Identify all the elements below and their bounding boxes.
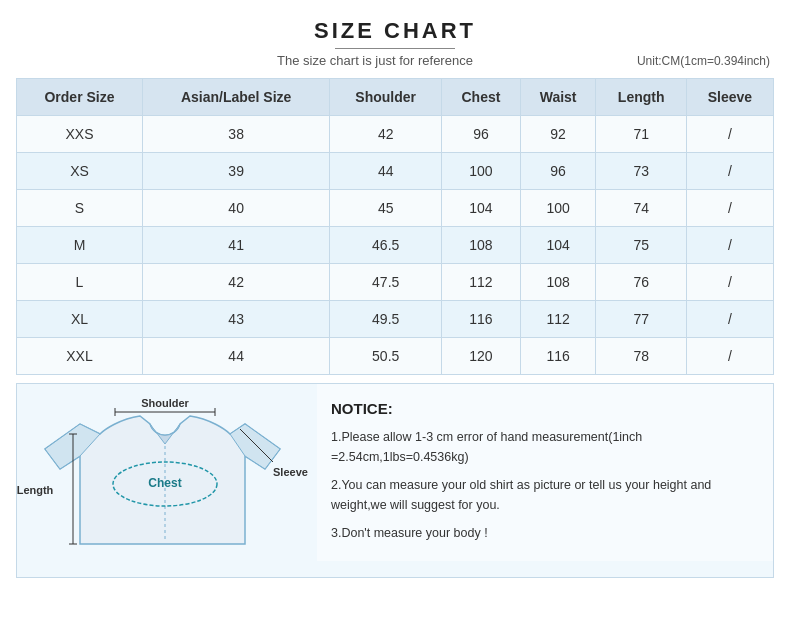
table-cell: 78 [596,338,687,375]
table-cell: 116 [442,301,521,338]
table-row: S404510410074/ [17,190,774,227]
table-cell: 112 [442,264,521,301]
col-asian-size: Asian/Label Size [142,79,329,116]
unit-label: Unit:CM(1cm=0.394inch) [610,54,770,68]
table-cell: 50.5 [330,338,442,375]
table-cell: 76 [596,264,687,301]
table-row: XXL4450.512011678/ [17,338,774,375]
table-cell: 42 [330,116,442,153]
diagram-container: Shoulder Sleeve Chest Length [25,394,305,569]
table-cell: L [17,264,143,301]
table-cell: 44 [142,338,329,375]
notice-item: 2.You can measure your old shirt as pict… [331,475,759,515]
table-cell: XXL [17,338,143,375]
svg-text:Chest: Chest [148,476,181,490]
size-table: Order Size Asian/Label Size Shoulder Che… [16,78,774,375]
table-cell: 49.5 [330,301,442,338]
table-cell: 92 [520,116,596,153]
subtitle-row: The size chart is just for reference Uni… [16,53,774,68]
table-cell: 116 [520,338,596,375]
table-cell: XS [17,153,143,190]
table-row: L4247.511210876/ [17,264,774,301]
table-cell: 74 [596,190,687,227]
table-cell: XL [17,301,143,338]
table-cell: / [686,190,773,227]
header-row: Order Size Asian/Label Size Shoulder Che… [17,79,774,116]
table-cell: 100 [442,153,521,190]
table-row: XS39441009673/ [17,153,774,190]
svg-text:Shoulder: Shoulder [141,397,189,409]
table-cell: 104 [520,227,596,264]
shirt-svg: Shoulder Sleeve Chest Length [25,394,305,569]
table-body: XXS3842969271/XS39441009673/S40451041007… [17,116,774,375]
table-cell: 120 [442,338,521,375]
table-cell: 108 [520,264,596,301]
notice-items: 1.Please allow 1-3 cm error of hand meas… [331,427,759,543]
table-cell: 104 [442,190,521,227]
table-cell: 75 [596,227,687,264]
table-row: XL4349.511611277/ [17,301,774,338]
table-cell: 42 [142,264,329,301]
table-cell: 43 [142,301,329,338]
table-cell: 38 [142,116,329,153]
table-cell: 77 [596,301,687,338]
table-cell: 96 [442,116,521,153]
table-cell: / [686,264,773,301]
notice-item: 3.Don't measure your body ! [331,523,759,543]
col-shoulder: Shoulder [330,79,442,116]
col-sleeve: Sleeve [686,79,773,116]
table-cell: / [686,116,773,153]
table-cell: 112 [520,301,596,338]
table-cell: 46.5 [330,227,442,264]
table-cell: 108 [442,227,521,264]
table-cell: 71 [596,116,687,153]
table-cell: 96 [520,153,596,190]
table-cell: 39 [142,153,329,190]
col-length: Length [596,79,687,116]
table-cell: 40 [142,190,329,227]
table-cell: / [686,338,773,375]
col-chest: Chest [442,79,521,116]
table-cell: / [686,227,773,264]
table-cell: S [17,190,143,227]
table-cell: M [17,227,143,264]
chart-title: SIZE CHART [16,18,774,44]
bottom-section: Shoulder Sleeve Chest Length NOTICE: 1.P… [16,383,774,578]
chart-subtitle: The size chart is just for reference [140,53,610,68]
table-cell: 45 [330,190,442,227]
col-order-size: Order Size [17,79,143,116]
svg-text:Sleeve: Sleeve [273,466,308,478]
col-waist: Waist [520,79,596,116]
main-container: SIZE CHART The size chart is just for re… [0,0,790,590]
table-row: XXS3842969271/ [17,116,774,153]
table-cell: 44 [330,153,442,190]
table-cell: XXS [17,116,143,153]
table-cell: 73 [596,153,687,190]
table-cell: / [686,153,773,190]
table-cell: 100 [520,190,596,227]
svg-text:Length: Length [17,484,54,496]
notice-item: 1.Please allow 1-3 cm error of hand meas… [331,427,759,467]
notice-title: NOTICE: [331,400,759,417]
notice-section: NOTICE: 1.Please allow 1-3 cm error of h… [317,384,773,561]
chart-header: SIZE CHART [16,18,774,49]
shirt-diagram: Shoulder Sleeve Chest Length [17,384,317,577]
table-header: Order Size Asian/Label Size Shoulder Che… [17,79,774,116]
table-cell: 47.5 [330,264,442,301]
title-divider [335,48,455,49]
table-cell: 41 [142,227,329,264]
table-row: M4146.510810475/ [17,227,774,264]
table-cell: / [686,301,773,338]
